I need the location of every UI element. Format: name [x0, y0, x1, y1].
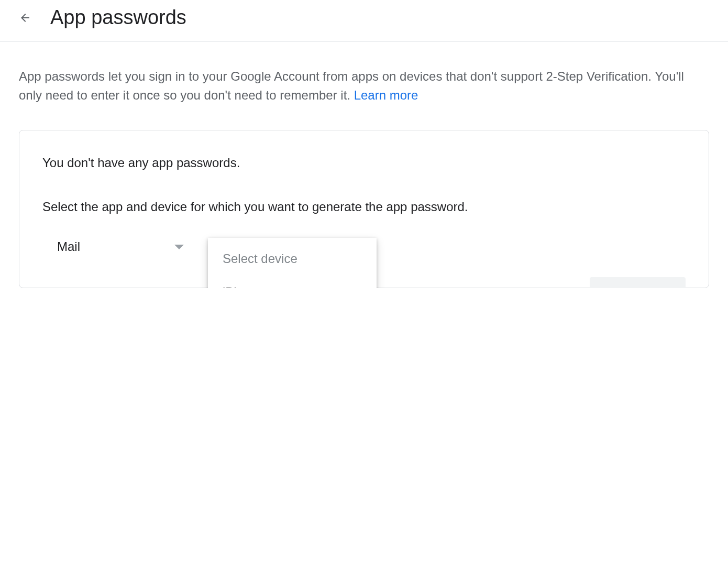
page-title: App passwords	[50, 6, 186, 29]
device-select-placeholder: Select device	[208, 242, 377, 276]
description-body: App passwords let you sign in to your Go…	[19, 69, 684, 102]
chevron-down-icon	[174, 245, 184, 249]
content-area: App passwords let you sign in to your Go…	[0, 42, 728, 288]
description-text: App passwords let you sign in to your Go…	[19, 67, 709, 105]
back-arrow-icon[interactable]	[19, 12, 31, 24]
app-select-value: Mail	[57, 239, 80, 254]
device-option[interactable]: iPhone	[208, 276, 377, 288]
no-passwords-text: You don't have any app passwords.	[42, 156, 686, 170]
app-passwords-card: You don't have any app passwords. Select…	[19, 130, 709, 288]
page-header: App passwords	[0, 0, 728, 42]
app-select-dropdown[interactable]: Mail	[57, 239, 184, 258]
select-instruction-text: Select the app and device for which you …	[42, 200, 686, 214]
learn-more-link[interactable]: Learn more	[354, 88, 418, 102]
selects-row: Mail Select device iPhoneiPadBlackBerryM…	[57, 239, 686, 258]
generate-button[interactable]: GENERATE	[590, 277, 686, 288]
device-select-dropdown-menu: Select device iPhoneiPadBlackBerryMacWin…	[208, 238, 377, 288]
